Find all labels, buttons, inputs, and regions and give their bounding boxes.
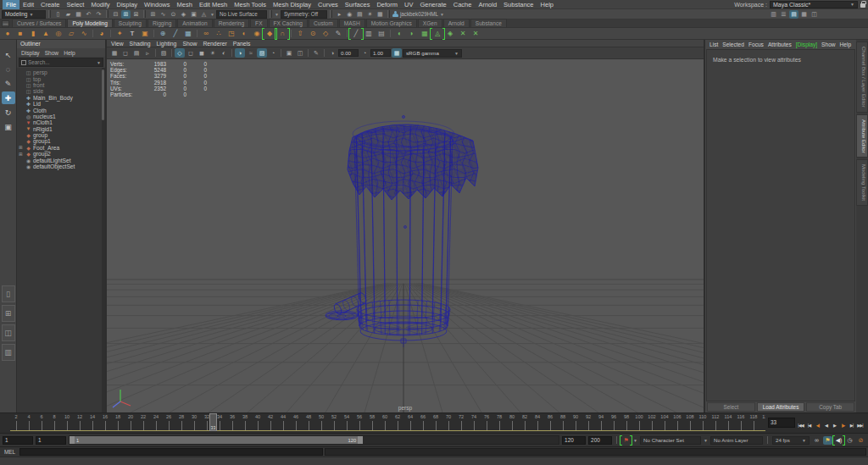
outliner-item-nucleus1[interactable]: ◎nucleus1	[17, 113, 105, 119]
lock-camera-icon[interactable]: ◻	[120, 48, 131, 58]
menu-deform[interactable]: Deform	[373, 0, 401, 9]
menu-modify[interactable]: Modify	[87, 0, 113, 9]
multi-cut-icon[interactable]: ╱	[170, 29, 181, 39]
lasso-tool[interactable]: ◌	[2, 63, 15, 75]
menu-windows[interactable]: Windows	[141, 0, 173, 9]
select-hierarchy-icon[interactable]: ⊟	[111, 10, 120, 19]
tool-settings-toggle-icon[interactable]: ▦	[799, 10, 809, 19]
viewport-scene[interactable]: Verts:198300Edges:524800Faces:327900Tris…	[107, 59, 704, 412]
animation-preferences-icon[interactable]: ◷	[845, 436, 854, 445]
bookmarks-icon[interactable]: ▹	[142, 48, 153, 58]
outliner-menu-help[interactable]: Help	[64, 50, 75, 56]
select-button[interactable]: Select	[707, 402, 755, 412]
side-tab-channel-box-layer-editor[interactable]: Channel Box / Layer Editor	[856, 42, 868, 113]
outliner-item-cloth[interactable]: ✚Cloth	[17, 107, 105, 113]
current-frame-field[interactable]: 33	[768, 418, 795, 428]
shelf-tab-rendering[interactable]: Rendering	[214, 19, 249, 27]
expand-icon[interactable]: ⊞	[19, 145, 24, 150]
humanik-toggle-icon[interactable]: ☰	[779, 10, 788, 19]
wireframe-mode-icon[interactable]: ◇	[175, 48, 185, 58]
menu-uv[interactable]: UV	[401, 0, 416, 9]
snap-to-point-icon[interactable]: ⊙	[169, 10, 178, 19]
poly-cone-icon[interactable]: ▲	[40, 29, 52, 39]
set-key-icon[interactable]: ⚑	[621, 436, 631, 445]
bend-deformer-icon[interactable]: ◖	[393, 29, 405, 39]
snap-to-grid-icon[interactable]: ⊞	[148, 10, 158, 19]
lattice-deformer-icon[interactable]: ▦	[419, 29, 431, 39]
ae-menu-help[interactable]: Help	[840, 42, 852, 47]
image-plane-icon[interactable]: ▧	[159, 48, 169, 58]
chevron-down-icon[interactable]: ▼	[704, 438, 708, 443]
copy-tab-button[interactable]: Copy Tab	[806, 402, 854, 412]
light-editor-icon[interactable]: ☀	[365, 10, 375, 19]
poly-cylinder-icon[interactable]: ▮	[27, 29, 39, 39]
snap-to-view-plane-icon[interactable]: ▣	[189, 10, 198, 19]
menu-mesh-display[interactable]: Mesh Display	[270, 0, 314, 9]
viewport-menu-panels[interactable]: Panels	[233, 41, 251, 47]
menu-curves[interactable]: Curves	[314, 0, 342, 9]
undo-icon[interactable]: ↶	[84, 10, 93, 19]
outliner-item-main-bin-body[interactable]: ✚Main_Bin_Body	[17, 95, 105, 101]
menu-mesh-tools[interactable]: Mesh Tools	[231, 0, 270, 9]
bridge-icon[interactable]: ∩	[276, 29, 288, 39]
offset-edge-loop-icon[interactable]: ▤	[376, 29, 387, 39]
menu-file[interactable]: File	[3, 0, 19, 9]
outliner-item-top[interactable]: ◫top	[17, 75, 105, 81]
save-scene-icon[interactable]: ▦	[74, 10, 83, 19]
menu-select[interactable]: Select	[64, 0, 88, 9]
new-scene-icon[interactable]: ▯	[53, 10, 63, 19]
menu-help[interactable]: Help	[537, 0, 557, 9]
layout-single-pane[interactable]: ▯	[2, 285, 15, 302]
shelf-tab-poly-modeling[interactable]: Poly Modeling	[67, 19, 112, 27]
filter-chevron-icon[interactable]: ▼	[97, 60, 101, 65]
command-input[interactable]	[19, 448, 323, 456]
rotate-tool[interactable]: ↻	[2, 106, 15, 119]
outliner-item-lid[interactable]: ✚Lid	[17, 101, 105, 107]
shelf-tab-substance[interactable]: Substance	[470, 19, 507, 27]
target-weld-icon[interactable]: ⊕	[157, 29, 169, 39]
auto-key-icon[interactable]: ⚑	[823, 436, 832, 445]
exposure-icon[interactable]: ◑	[327, 48, 337, 58]
select-object-icon[interactable]: ⊞	[121, 10, 131, 19]
smooth-icon[interactable]: ◉	[251, 29, 263, 39]
playback-start-field[interactable]: 1	[36, 436, 66, 445]
isolate-select-icon[interactable]: ▣	[284, 48, 294, 58]
live-surface-field[interactable]: No Live Surface	[216, 10, 267, 19]
viewport-menu-shading[interactable]: Shading	[130, 41, 151, 47]
append-polygon-icon[interactable]: ◇	[320, 29, 331, 39]
layout-pane-split[interactable]: ▥	[2, 344, 15, 361]
gamma-field[interactable]: 1.00	[370, 49, 391, 57]
account-widget[interactable]: jackbek029HML ▼	[392, 11, 444, 18]
text-tool-icon[interactable]: T	[126, 29, 138, 39]
play-backwards-button[interactable]: ◀	[822, 420, 830, 430]
wireframe-scene-svg[interactable]	[107, 59, 704, 412]
poly-torus-icon[interactable]: ◎	[53, 29, 64, 39]
outliner-item-foot-area[interactable]: ⊞◆Foot_Area	[17, 145, 105, 151]
layout-pane-outliner[interactable]: ◫	[2, 324, 15, 341]
channel-box-toggle-icon[interactable]: ◫	[810, 10, 819, 19]
shelf-tab-custom[interactable]: Custom	[309, 19, 338, 27]
menu-edit[interactable]: Edit	[19, 0, 37, 9]
poly-sphere-icon[interactable]: ●	[2, 29, 14, 39]
ae-menu-attributes[interactable]: Attributes	[768, 42, 792, 47]
poly-cube-icon[interactable]: ■	[14, 29, 26, 39]
step-back-key-button[interactable]: ◀|	[814, 420, 821, 430]
use-all-lights-icon[interactable]: ☀	[208, 48, 218, 58]
open-scene-icon[interactable]: ▰	[64, 10, 73, 19]
shelf-tab-curves-surfaces[interactable]: Curves / Surfaces	[12, 19, 66, 27]
attribute-editor-toggle-icon[interactable]: ▤	[789, 10, 798, 19]
render-view-icon[interactable]: ▦	[376, 10, 385, 19]
textured-mode-icon[interactable]: ◼	[197, 48, 207, 58]
motion-blur-icon[interactable]: ≈	[246, 48, 256, 58]
workspace-lock-icon[interactable]	[860, 3, 865, 8]
symmetry-field[interactable]: Symmetry: Off	[281, 10, 327, 19]
shadows-icon[interactable]: ◐	[219, 48, 229, 58]
insert-edge-loop-icon[interactable]: ▥	[363, 29, 375, 39]
gamma-icon[interactable]: ◔	[359, 48, 370, 58]
menu-create[interactable]: Create	[37, 0, 64, 9]
scale-tool[interactable]: ▣	[2, 120, 15, 133]
shelf-tab-arnold[interactable]: Arnold	[443, 19, 470, 27]
character-key-icon[interactable]: ⊘	[856, 436, 865, 445]
twist-deformer-icon[interactable]: ◗	[406, 29, 418, 39]
side-tab-modeling-toolkit[interactable]: Modeling Toolkit	[856, 159, 868, 206]
